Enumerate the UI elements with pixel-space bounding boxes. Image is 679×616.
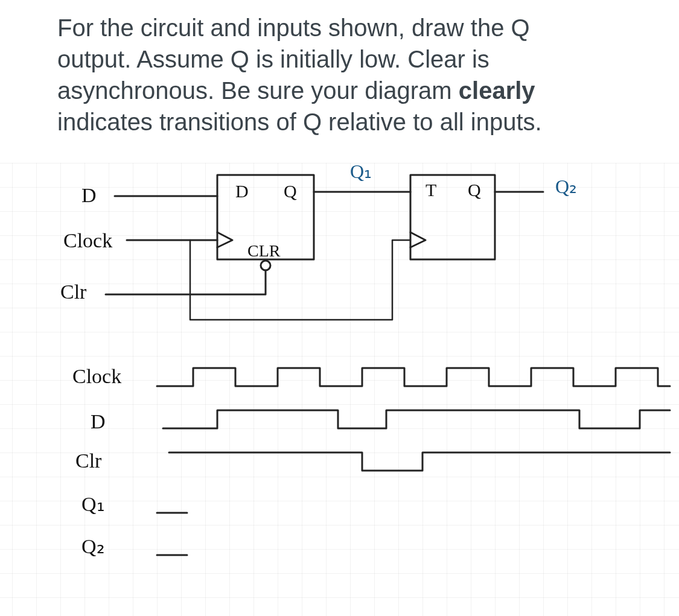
question-line-3b: clearly	[459, 77, 535, 104]
question-line-2: output. Assume Q is initially low. Clear…	[57, 46, 489, 72]
ff1-clr-bubble	[261, 261, 270, 270]
wire-clock-ff2	[190, 240, 410, 320]
question-line-4: indicates transitions of Q relative to a…	[57, 109, 542, 135]
wave-D	[163, 410, 670, 428]
wire-clr	[106, 270, 266, 294]
wave-clock	[157, 368, 670, 386]
question-line-3a: asynchronous. Be sure your diagram	[57, 77, 459, 104]
diagram-area: D Clock Clr D Q CLR Q₁ T Q Q₂ Clock D Cl…	[0, 163, 679, 616]
question-line-1: For the circuit and inputs shown, draw t…	[57, 14, 530, 41]
question-text: For the circuit and inputs shown, draw t…	[57, 12, 643, 138]
ff1-box	[217, 175, 314, 259]
ff1-clock-triangle	[217, 232, 232, 247]
ff2-clock-triangle	[410, 232, 426, 247]
wave-Clr	[169, 452, 670, 471]
diagram-sketch	[0, 163, 679, 616]
ff2-box	[410, 175, 495, 259]
